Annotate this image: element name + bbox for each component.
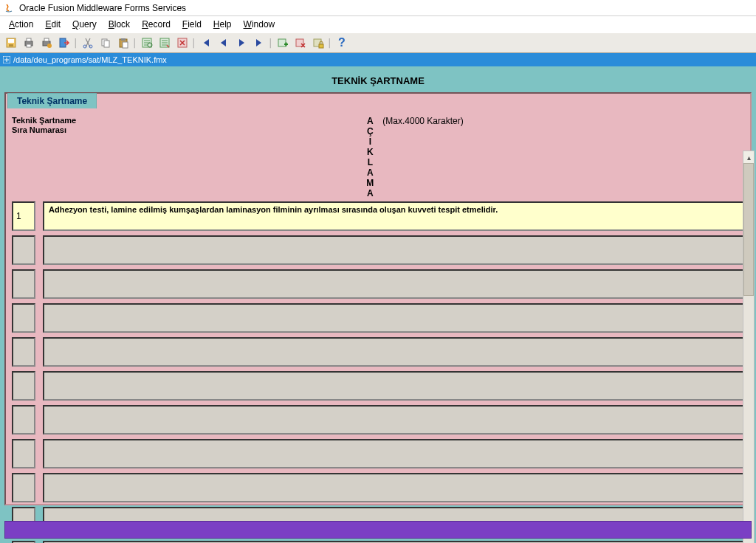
insert-record-icon[interactable] xyxy=(275,35,291,51)
vertical-scrollbar[interactable]: ▴ ▾ xyxy=(743,151,755,543)
menu-action[interactable]: Action xyxy=(3,18,39,31)
sira-input[interactable] xyxy=(12,303,35,333)
menu-field[interactable]: Field xyxy=(176,18,207,31)
save-icon[interactable] xyxy=(3,35,19,51)
toolbar-separator: │ xyxy=(74,35,78,51)
sira-input[interactable] xyxy=(12,473,35,502)
toolbar-separator: │ xyxy=(328,35,332,51)
table-row xyxy=(12,439,744,468)
aciklama-input[interactable] xyxy=(43,337,744,367)
first-record-icon[interactable] xyxy=(198,35,214,51)
sira-input[interactable] xyxy=(12,405,35,435)
menu-record[interactable]: Record xyxy=(136,18,176,31)
sira-input[interactable]: 1 xyxy=(12,201,35,231)
form-canvas: TEKNİK ŞARTNAME Teknik Şartname Teknik Ş… xyxy=(0,66,756,543)
aciklama-input[interactable] xyxy=(43,235,744,265)
toolbar-separator: │ xyxy=(269,35,273,51)
svg-rect-13 xyxy=(104,41,109,47)
sira-input[interactable] xyxy=(12,269,35,299)
table-row xyxy=(12,473,744,502)
menu-edit[interactable]: Edit xyxy=(39,18,66,31)
remove-record-icon[interactable] xyxy=(292,35,309,51)
sira-input[interactable] xyxy=(12,371,35,401)
print-icon[interactable] xyxy=(21,35,37,51)
copy-icon[interactable] xyxy=(97,35,114,51)
svg-rect-24 xyxy=(319,44,323,48)
cut-icon[interactable] xyxy=(80,35,96,51)
svg-rect-21 xyxy=(278,39,286,46)
col-header-sira-l1: Teknik Şartname xyxy=(12,116,86,125)
svg-rect-15 xyxy=(121,38,126,41)
aciklama-input[interactable] xyxy=(43,405,744,435)
toolbar-separator: │ xyxy=(133,35,137,51)
window-titlebar: Oracle Fusion Middleware Forms Services xyxy=(0,0,756,16)
next-record-icon[interactable] xyxy=(233,35,250,51)
execute-query-icon[interactable] xyxy=(157,35,173,51)
sira-input[interactable] xyxy=(12,337,35,367)
paste-icon[interactable] xyxy=(115,35,131,51)
toolbar-separator: │ xyxy=(192,35,196,51)
last-record-icon[interactable] xyxy=(251,35,267,51)
exit-icon[interactable] xyxy=(56,35,72,51)
aciklama-input[interactable] xyxy=(43,473,744,502)
status-bar xyxy=(4,521,752,539)
enter-query-icon[interactable] xyxy=(139,35,155,51)
col-header-sira-l2: Sıra Numarası xyxy=(12,125,86,135)
expand-icon[interactable] xyxy=(3,56,10,63)
scrollbar-thumb[interactable] xyxy=(743,163,754,296)
svg-rect-1 xyxy=(8,39,14,43)
document-path: /data/deu_programs/sat/MLZ_TEKNIK.fmx xyxy=(13,55,167,64)
aciklama-input[interactable] xyxy=(43,303,744,333)
svg-rect-2 xyxy=(9,44,13,46)
menu-window[interactable]: Window xyxy=(238,18,281,31)
page-title: TEKNİK ŞARTNAME xyxy=(4,71,752,92)
col-header-aciklama: A Ç I K L A M A xyxy=(366,116,375,198)
svg-rect-4 xyxy=(27,38,31,41)
aciklama-input[interactable] xyxy=(43,439,744,468)
prev-record-icon[interactable] xyxy=(216,35,232,51)
table-row xyxy=(12,269,744,299)
svg-rect-7 xyxy=(44,38,49,41)
menu-query[interactable]: Query xyxy=(66,18,103,31)
sira-input[interactable] xyxy=(12,235,35,265)
svg-text:?: ? xyxy=(338,36,346,49)
svg-rect-5 xyxy=(27,44,31,47)
java-icon xyxy=(3,2,15,14)
aciklama-input[interactable]: Adhezyon testi, lamine edilmiş kumşaşlar… xyxy=(43,201,744,231)
help-icon[interactable]: ? xyxy=(334,35,350,51)
lock-record-icon[interactable] xyxy=(310,35,326,51)
column-headers: Teknik Şartname Sıra Numarası A Ç I K L … xyxy=(12,116,744,198)
menubar: Action Edit Query Block Record Field Hel… xyxy=(0,16,756,32)
col-header-max: (Max.4000 Karakter) xyxy=(382,116,463,198)
table-row xyxy=(12,337,744,367)
table-row xyxy=(12,303,744,333)
teknik-sartname-block: Teknik Şartname Teknik Şartname Sıra Num… xyxy=(4,92,752,505)
scroll-up-icon[interactable]: ▴ xyxy=(743,151,754,163)
svg-rect-16 xyxy=(123,42,128,48)
table-row xyxy=(12,405,744,435)
document-path-bar: /data/deu_programs/sat/MLZ_TEKNIK.fmx xyxy=(0,53,756,66)
menu-block[interactable]: Block xyxy=(103,18,136,31)
block-tab-label: Teknik Şartname xyxy=(7,93,97,108)
svg-point-8 xyxy=(47,44,52,48)
toolbar: │ │ │ │ │ ? xyxy=(0,32,756,53)
print-setup-icon[interactable] xyxy=(38,35,55,51)
menu-help[interactable]: Help xyxy=(207,18,238,31)
window-title: Oracle Fusion Middleware Forms Services xyxy=(19,3,186,13)
scrollbar-track[interactable] xyxy=(743,163,754,543)
table-row xyxy=(12,235,744,265)
table-row: 1Adhezyon testi, lamine edilmiş kumşaşla… xyxy=(12,201,744,231)
cancel-query-icon[interactable] xyxy=(174,35,190,51)
aciklama-input[interactable] xyxy=(43,269,744,299)
aciklama-input[interactable] xyxy=(43,371,744,401)
sira-input[interactable] xyxy=(12,439,35,468)
table-row xyxy=(12,371,744,401)
rows-container: 1Adhezyon testi, lamine edilmiş kumşaşla… xyxy=(12,201,744,543)
